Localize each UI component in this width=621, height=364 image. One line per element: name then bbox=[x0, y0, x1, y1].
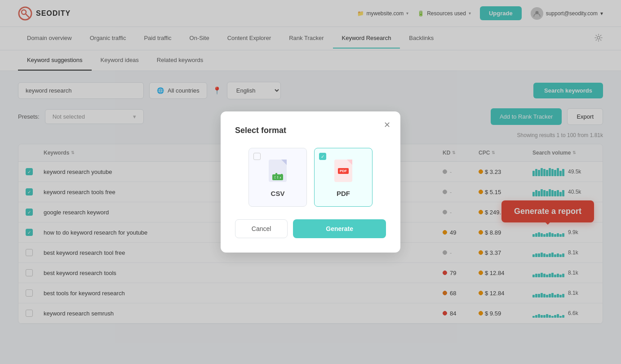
csv-checkbox[interactable] bbox=[253, 153, 261, 160]
modal-title: Select format bbox=[235, 126, 386, 135]
csv-icon: CSV bbox=[266, 157, 289, 184]
cancel-button[interactable]: Cancel bbox=[235, 219, 288, 238]
format-options: CSV CSV ✓ PDF bbox=[235, 148, 386, 207]
modal-overlay: ✕ Select format CSV CS bbox=[0, 0, 621, 335]
csv-option[interactable]: CSV CSV bbox=[248, 148, 307, 207]
csv-label: CSV bbox=[271, 190, 285, 197]
pdf-icon: PDF bbox=[332, 157, 355, 184]
modal-actions: Cancel Generate bbox=[235, 219, 386, 238]
generate-button[interactable]: Generate bbox=[293, 219, 386, 238]
pdf-option[interactable]: ✓ PDF PDF bbox=[314, 148, 373, 207]
modal-close-button[interactable]: ✕ bbox=[381, 119, 393, 131]
select-format-modal: ✕ Select format CSV CS bbox=[221, 111, 400, 253]
pdf-checkbox[interactable]: ✓ bbox=[319, 153, 326, 160]
pdf-label: PDF bbox=[337, 190, 350, 197]
